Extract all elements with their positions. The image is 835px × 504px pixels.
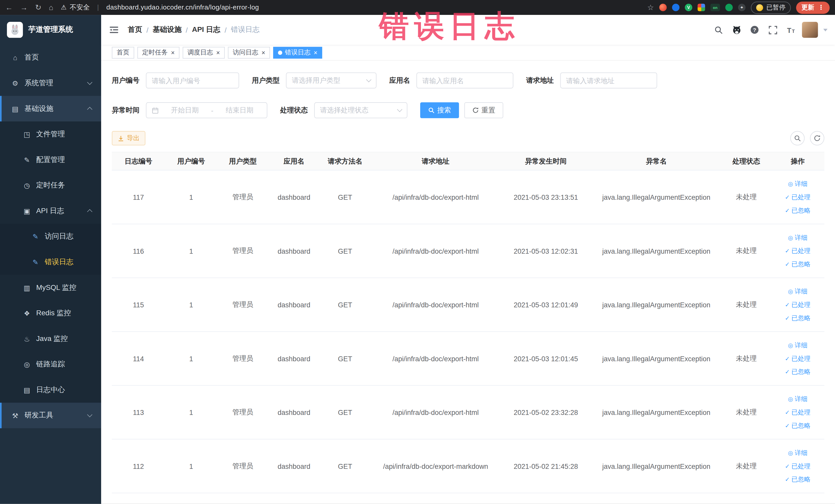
check-icon: ✓ xyxy=(785,352,790,365)
sidebar-item[interactable]: ♨Java 监控 xyxy=(0,326,101,352)
sidebar-item[interactable]: ▤日志中心 xyxy=(0,377,101,403)
tab-close-icon[interactable]: × xyxy=(171,49,175,56)
api-log-icon: ▣ xyxy=(22,207,31,215)
sidebar-item[interactable]: ◳文件管理 xyxy=(0,121,101,147)
sidebar-item-label: Redis 监控 xyxy=(36,308,71,318)
breadcrumb-item[interactable]: 首页 xyxy=(128,25,142,35)
extension-icon[interactable]: ✦ xyxy=(738,4,746,11)
tab[interactable]: 定时任务× xyxy=(137,47,179,59)
extension-icon[interactable]: V xyxy=(685,4,692,11)
security-indicator[interactable]: ⚠ 不安全 xyxy=(61,3,90,12)
chevron-down-icon xyxy=(397,107,403,112)
kebab-icon[interactable]: ⋮ xyxy=(818,4,824,11)
extension-icon[interactable] xyxy=(672,4,679,11)
action-detail-link[interactable]: ◎详细 xyxy=(771,177,824,190)
font-size-icon[interactable]: T T xyxy=(784,23,798,37)
tab[interactable]: 错误日志× xyxy=(273,47,322,59)
action-ignored-link[interactable]: ✓已忽略 xyxy=(771,311,824,325)
extension-icon[interactable] xyxy=(726,4,733,11)
forward-icon[interactable]: → xyxy=(20,3,28,12)
action-ignored-link[interactable]: ✓已忽略 xyxy=(771,258,824,271)
tab[interactable]: 访问日志× xyxy=(228,47,270,59)
tab-close-icon[interactable]: × xyxy=(216,49,220,56)
reset-button[interactable]: 重置 xyxy=(464,102,503,118)
eye-icon: ◎ xyxy=(788,177,793,190)
action-ignored-link[interactable]: ✓已忽略 xyxy=(771,204,824,217)
cell-app: dashboard xyxy=(268,224,320,278)
action-processed-link[interactable]: ✓已处理 xyxy=(771,244,824,258)
browser-window: ← → ↻ ⌂ ⚠ 不安全 | dashboard.yudao.iocoder.… xyxy=(0,0,835,504)
reload-icon[interactable]: ↻ xyxy=(35,3,41,12)
address-bar[interactable]: dashboard.yudao.iocoder.cn/infra/log/api… xyxy=(106,4,259,11)
search-button[interactable]: 搜索 xyxy=(420,102,459,118)
sidebar-item[interactable]: ⚒研发工具 xyxy=(0,403,101,428)
action-processed-link[interactable]: ✓已处理 xyxy=(771,190,824,204)
tab-close-icon[interactable]: × xyxy=(314,49,318,56)
sidebar-item[interactable]: ✎配置管理 xyxy=(0,147,101,173)
date-range-picker[interactable]: 开始日期 - 结束日期 xyxy=(146,102,267,118)
search-icon[interactable] xyxy=(712,23,726,37)
request-url-input[interactable] xyxy=(560,73,657,88)
sidebar-item[interactable]: ✎访问日志 xyxy=(0,224,101,249)
avatar-caret-icon[interactable] xyxy=(823,28,828,31)
fullscreen-icon[interactable] xyxy=(766,23,779,37)
action-detail-link[interactable]: ◎详细 xyxy=(771,285,824,298)
process-status-select[interactable]: 请选择处理状态 xyxy=(314,102,407,118)
app-logo[interactable]: 芋道管理系统 xyxy=(0,15,101,45)
action-processed-link[interactable]: ✓已处理 xyxy=(771,459,824,473)
refresh-icon[interactable] xyxy=(810,131,824,145)
breadcrumb-item[interactable]: 基础设施 xyxy=(153,25,182,35)
cell-method: GET xyxy=(320,439,371,493)
extension-icon[interactable] xyxy=(659,4,667,11)
help-icon[interactable]: ? xyxy=(748,23,761,37)
cell-actions: ◎详细✓已处理✓已忽略 xyxy=(771,331,824,385)
tab[interactable]: 调度日志× xyxy=(183,47,225,59)
app-name-input[interactable] xyxy=(416,73,513,88)
user-type-select[interactable]: 请选择用户类型 xyxy=(286,73,376,88)
sidebar-item-label: 配置管理 xyxy=(36,155,65,165)
action-processed-link[interactable]: ✓已处理 xyxy=(771,298,824,311)
action-processed-link[interactable]: ✓已处理 xyxy=(771,352,824,365)
action-label: 已忽略 xyxy=(791,365,811,379)
action-ignored-link[interactable]: ✓已忽略 xyxy=(771,365,824,379)
extension-icon[interactable] xyxy=(698,4,705,11)
action-ignored-link[interactable]: ✓已忽略 xyxy=(771,473,824,486)
action-detail-link[interactable]: ◎详细 xyxy=(771,231,824,244)
sidebar-item[interactable]: ⚙系统管理 xyxy=(0,70,101,96)
action-detail-link[interactable]: ◎详细 xyxy=(771,392,824,406)
sidebar-item[interactable]: ▥MySQL 监控 xyxy=(0,275,101,300)
sidebar-item[interactable]: ▤基础设施 xyxy=(0,96,101,121)
sidebar-item[interactable]: ▣API 日志 xyxy=(0,198,101,224)
github-icon[interactable] xyxy=(730,23,744,37)
action-processed-link[interactable]: ✓已处理 xyxy=(771,406,824,419)
sidebar-fold-icon[interactable] xyxy=(108,24,119,35)
config-icon: ✎ xyxy=(22,156,31,164)
breadcrumb-item[interactable]: API 日志 xyxy=(192,25,221,35)
sidebar-item[interactable]: ❖Redis 监控 xyxy=(0,300,101,326)
bookmark-star-icon[interactable]: ☆ xyxy=(647,3,654,12)
timer-icon: ◷ xyxy=(22,181,31,189)
sidebar-item[interactable]: ◷定时任务 xyxy=(0,173,101,198)
browser-update-button[interactable]: 更新 ⋮ xyxy=(796,1,830,14)
back-icon[interactable]: ← xyxy=(5,3,13,12)
user-type-field: 请选择用户类型 xyxy=(286,73,376,88)
user-id-input[interactable] xyxy=(146,73,239,88)
filter-row-1: 用户编号 用户类型 请选择用户类型 应用名 请 xyxy=(112,73,824,88)
sidebar-item[interactable]: ◎链路追踪 xyxy=(0,351,101,377)
tab-close-icon[interactable]: × xyxy=(262,49,265,56)
paused-extension-chip[interactable]: 已暂停 xyxy=(751,1,791,14)
exception-time-field: 开始日期 - 结束日期 xyxy=(146,102,267,118)
browser-home-icon[interactable]: ⌂ xyxy=(49,3,54,12)
sidebar-item[interactable]: ⌂首页 xyxy=(0,45,101,70)
on-badge-icon[interactable]: on xyxy=(711,4,720,11)
sidebar-item[interactable]: ✎错误日志 xyxy=(0,249,101,275)
action-detail-link[interactable]: ◎详细 xyxy=(771,338,824,352)
action-ignored-link[interactable]: ✓已忽略 xyxy=(771,419,824,432)
tab[interactable]: 首页 xyxy=(112,47,134,59)
action-detail-link[interactable]: ◎详细 xyxy=(771,446,824,459)
check-icon: ✓ xyxy=(785,244,790,258)
toggle-search-icon[interactable] xyxy=(790,131,805,145)
user-avatar[interactable] xyxy=(802,22,818,38)
export-button[interactable]: 导出 xyxy=(112,131,145,145)
table-row: 1121管理员dashboardGET/api/infra/db-doc/exp… xyxy=(112,439,824,493)
